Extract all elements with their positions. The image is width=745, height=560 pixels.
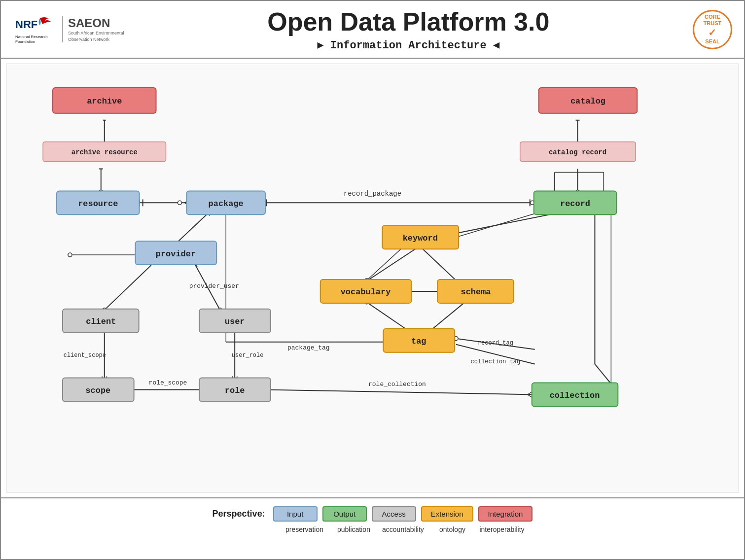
svg-text:National Research: National Research — [15, 35, 48, 39]
archive-label: archive — [87, 97, 122, 106]
legend-box-extension: Extension — [421, 506, 473, 522]
legend-box-input: Input — [273, 506, 318, 522]
main-title: Open Data Platform 3.0 — [267, 7, 549, 36]
package-tag-label: package_tag — [287, 344, 330, 351]
client-scope-label: client_scope — [64, 352, 106, 359]
svg-line-35 — [367, 248, 402, 280]
perspective-label: Perspective: — [213, 509, 265, 519]
legend-sub-accountability: accountability — [381, 525, 425, 533]
role-collection-label: role_collection — [368, 381, 426, 388]
legend-input: Input — [273, 506, 318, 522]
legend-box-integration: Integration — [478, 506, 533, 522]
archive-resource-label: archive_resource — [71, 148, 138, 156]
keyword-label: keyword — [403, 234, 438, 243]
legend-sub-interoperability: interoperability — [479, 525, 524, 533]
collection-tag-label: collection_tag — [471, 358, 521, 365]
core-trust-seal: CORE TRUST ✓ SEAL — [693, 10, 732, 49]
legend-access: Access — [372, 506, 416, 522]
svg-line-28 — [595, 364, 611, 384]
legend-sub-extension: ontology — [430, 525, 474, 533]
tag-label: tag — [411, 337, 426, 346]
role-label: role — [225, 386, 245, 395]
seal-area: CORE TRUST ✓ SEAL — [693, 10, 732, 49]
logo-area: NRF National Research Foundation SAEON S… — [13, 13, 124, 45]
record-label: record — [560, 199, 590, 209]
legend-sub-output: publication — [331, 525, 376, 533]
title-area: Open Data Platform 3.0 ▶ Information Arc… — [267, 7, 549, 52]
collection-label: collection — [550, 391, 600, 400]
legend-output: Output — [322, 506, 367, 522]
legend-row-boxes: Perspective: Input Output Access Extensi… — [213, 506, 533, 522]
header: NRF National Research Foundation SAEON S… — [1, 1, 744, 59]
catalog-label: catalog — [570, 97, 605, 106]
vocabulary-label: vocabulary — [341, 287, 391, 297]
provider-label: provider — [156, 249, 196, 259]
svg-line-56 — [176, 213, 208, 244]
legend-box-output: Output — [322, 506, 367, 522]
saeon-title: SAEON — [68, 16, 124, 30]
resource-label: resource — [78, 199, 118, 209]
legend-box-access: Access — [372, 506, 416, 522]
svg-line-72 — [264, 389, 535, 394]
record-tag-label: record_tag — [478, 340, 513, 347]
svg-point-65 — [68, 253, 72, 257]
svg-point-14 — [177, 201, 181, 205]
legend-extension: Extension — [421, 506, 473, 522]
legend-sub-ontology: ontology — [430, 525, 474, 533]
svg-line-37 — [422, 248, 456, 280]
svg-line-26 — [456, 213, 535, 237]
catalog-record-label: catalog_record — [549, 148, 606, 156]
schema-label: schema — [461, 287, 491, 297]
diagram-container: record_package — [6, 64, 739, 492]
legend-sub-preservation: preservation — [282, 525, 326, 533]
client-label: client — [86, 317, 116, 326]
sub-title: ▶ Information Architecture ◀ — [267, 38, 549, 52]
page: NRF National Research Foundation SAEON S… — [0, 0, 745, 560]
svg-text:NRF: NRF — [15, 18, 37, 31]
legend-sub-publication: publication — [331, 525, 376, 533]
user-role-label: user_role — [232, 352, 264, 359]
svg-line-46 — [431, 302, 465, 330]
legend-sub-input: preservation — [282, 525, 326, 533]
role-scope-label: role_scope — [149, 379, 187, 386]
legend-sub-integration: interoperability — [479, 525, 524, 533]
saeon-logo-area: SAEON South African EnvironmentalObserva… — [62, 16, 124, 42]
saeon-subtitle: South African EnvironmentalObservation N… — [68, 30, 124, 42]
legend: Perspective: Input Output Access Extensi… — [1, 497, 744, 541]
svg-text:Foundation: Foundation — [15, 39, 35, 44]
provider-user-label: provider_user — [189, 282, 239, 290]
legend-sub-access: accountability — [381, 525, 425, 533]
legend-row-subs: preservation publication accountability … — [220, 525, 524, 533]
svg-line-32 — [368, 248, 417, 280]
user-label: user — [225, 317, 245, 326]
package-label: package — [209, 199, 244, 209]
nrf-logo: NRF National Research Foundation — [13, 13, 57, 45]
svg-line-44 — [367, 302, 407, 330]
svg-line-62 — [105, 265, 151, 310]
diagram-svg: record_package — [11, 69, 734, 487]
scope-label: scope — [85, 386, 110, 395]
record-package-label: record_package — [344, 190, 401, 198]
legend-integration: Integration — [478, 506, 533, 522]
